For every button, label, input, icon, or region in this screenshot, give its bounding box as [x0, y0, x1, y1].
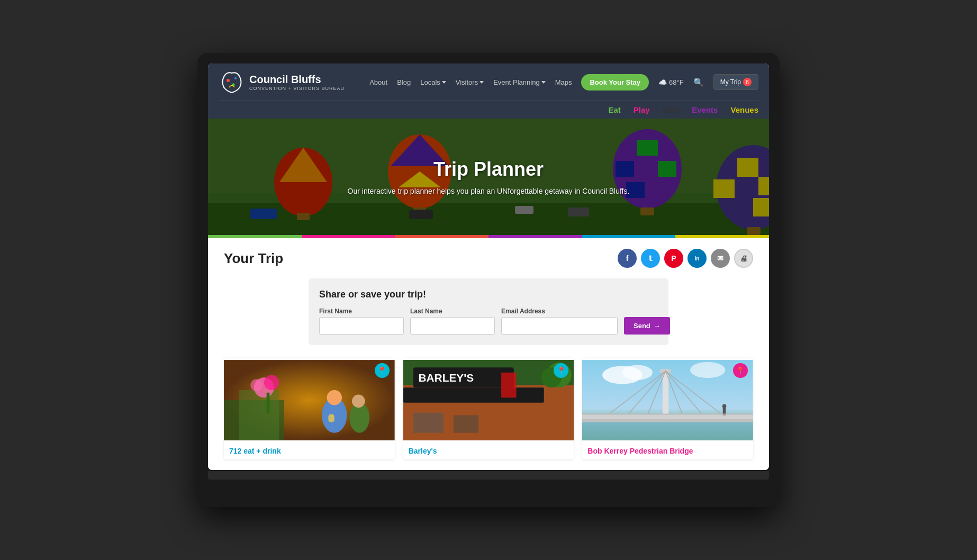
color-bar-purple [488, 235, 582, 238]
weather-icon: ☁️ [658, 78, 667, 86]
locals-chevron-icon [442, 81, 446, 84]
twitter-share-button[interactable]: 𝕥 [641, 249, 660, 268]
first-name-label: First Name [319, 308, 404, 315]
card-pin-712[interactable]: 📍 [375, 363, 390, 378]
card-img-bridge-svg [582, 358, 753, 442]
sub-nav-venues[interactable]: Venues [730, 105, 758, 114]
svg-rect-65 [582, 419, 753, 422]
color-bar [208, 235, 769, 238]
svg-point-1 [234, 77, 237, 79]
nav-visitors[interactable]: Visitors [456, 78, 484, 86]
svg-text:BARLEY'S: BARLEY'S [418, 372, 474, 384]
color-bar-blue [582, 235, 676, 238]
header-top: Council Bluffs Convention + Visitors Bur… [219, 64, 758, 101]
color-bar-pink [302, 235, 395, 238]
sub-nav-play[interactable]: Play [634, 105, 650, 114]
my-trip-button[interactable]: My Trip 8 [713, 74, 758, 90]
email-group: Email Address [501, 308, 618, 335]
share-form-fields: First Name Last Name Email Address Send … [319, 308, 658, 335]
svg-point-37 [327, 390, 342, 405]
site-header: Council Bluffs Convention + Visitors Bur… [208, 64, 769, 119]
linkedin-share-button[interactable]: in [687, 249, 707, 268]
hero-section: Trip Planner Our interactive trip planne… [208, 119, 769, 235]
svg-point-39 [352, 395, 365, 408]
hero-title: Trip Planner [433, 158, 544, 180]
trip-cards-grid: 📍 712 eat + drink BARL [224, 358, 753, 459]
svg-point-0 [227, 79, 230, 82]
nav-locals[interactable]: Locals [420, 78, 446, 86]
card-pin-bridge[interactable]: 📍 [733, 363, 748, 378]
last-name-label: Last Name [410, 308, 495, 315]
logo-area[interactable]: Council Bluffs Convention + Visitors Bur… [219, 69, 345, 95]
card-title-barleys[interactable]: Barley's [403, 442, 574, 459]
logo-icon [219, 69, 245, 95]
svg-rect-48 [454, 415, 478, 432]
temperature: 68°F [669, 78, 684, 86]
sub-nav-eat[interactable]: Eat [608, 105, 620, 114]
hero-content: Trip Planner Our interactive trip planne… [208, 119, 769, 235]
visitors-chevron-icon [480, 81, 484, 84]
your-trip-header: Your Trip f 𝕥 P in ✉ 🖨 [224, 249, 753, 268]
card-bob-kerrey-bridge[interactable]: 📍 Bob Kerrey Pedestrian Bridge [582, 358, 753, 459]
color-bar-yellow [675, 235, 769, 238]
hero-subtitle: Our interactive trip planner helps you p… [348, 187, 630, 195]
send-arrow-icon: → [654, 322, 661, 330]
svg-rect-40 [328, 414, 334, 422]
logo-sub-name: Convention + Visitors Bureau [249, 86, 345, 92]
svg-rect-47 [413, 413, 444, 433]
card-712-eat-drink[interactable]: 📍 712 eat + drink [224, 358, 395, 459]
print-button[interactable]: 🖨 [734, 249, 753, 268]
svg-point-34 [250, 379, 263, 391]
email-input[interactable] [501, 317, 618, 335]
first-name-input[interactable] [319, 317, 404, 335]
card-img-712-svg [224, 358, 395, 442]
share-form-title: Share or save your trip! [319, 289, 658, 300]
trip-count-badge: 8 [743, 78, 752, 86]
color-bar-red [395, 235, 488, 238]
svg-rect-31 [239, 390, 279, 440]
nav-blog[interactable]: Blog [397, 78, 411, 86]
card-image-712: 📍 [224, 358, 395, 442]
svg-point-54 [622, 365, 653, 380]
facebook-share-button[interactable]: f [618, 249, 637, 268]
nav-maps[interactable]: Maps [555, 78, 572, 86]
weather-display: ☁️ 68°F [658, 78, 684, 86]
first-name-group: First Name [319, 308, 404, 335]
email-label: Email Address [501, 308, 618, 315]
svg-rect-46 [403, 387, 544, 402]
nav-about[interactable]: About [369, 78, 387, 86]
book-stay-button[interactable]: Book Your Stay [581, 74, 649, 91]
event-planning-chevron-icon [541, 81, 546, 84]
svg-point-68 [722, 404, 727, 409]
your-trip-title: Your Trip [224, 250, 283, 267]
last-name-group: Last Name [410, 308, 495, 335]
email-share-button[interactable]: ✉ [711, 249, 730, 268]
logo-text: Council Bluffs Convention + Visitors Bur… [249, 73, 345, 92]
card-barleys[interactable]: BARLEY'S 📍 [403, 358, 574, 459]
svg-rect-66 [582, 422, 753, 440]
pinterest-share-button[interactable]: P [664, 249, 683, 268]
nav-event-planning[interactable]: Event Planning [493, 78, 545, 86]
svg-point-33 [264, 375, 279, 390]
card-image-bridge: 📍 [582, 358, 753, 442]
sub-nav-events[interactable]: Events [692, 105, 718, 114]
laptop-base [208, 471, 769, 480]
card-image-barleys: BARLEY'S 📍 [403, 358, 574, 442]
logo-main-name: Council Bluffs [249, 73, 345, 86]
card-title-712[interactable]: 712 eat + drink [224, 442, 395, 459]
svg-rect-56 [663, 370, 668, 420]
last-name-input[interactable] [410, 317, 495, 335]
laptop-stand [436, 480, 541, 486]
sub-nav-stay[interactable]: Stay [663, 105, 680, 114]
svg-rect-51 [501, 373, 516, 398]
svg-rect-35 [267, 393, 270, 413]
social-share-icons: f 𝕥 P in ✉ 🖨 [618, 249, 753, 268]
card-img-barleys-svg: BARLEY'S [403, 358, 574, 442]
send-button[interactable]: Send → [624, 317, 670, 335]
share-form-container: Share or save your trip! First Name Last… [309, 278, 668, 345]
main-content: Your Trip f 𝕥 P in ✉ 🖨 Share or save you… [208, 238, 769, 470]
card-title-bridge[interactable]: Bob Kerrey Pedestrian Bridge [582, 442, 753, 459]
svg-rect-64 [582, 414, 753, 419]
search-button[interactable]: 🔍 [693, 77, 704, 87]
main-nav: About Blog Locals Visitors Event Plannin… [369, 74, 758, 91]
